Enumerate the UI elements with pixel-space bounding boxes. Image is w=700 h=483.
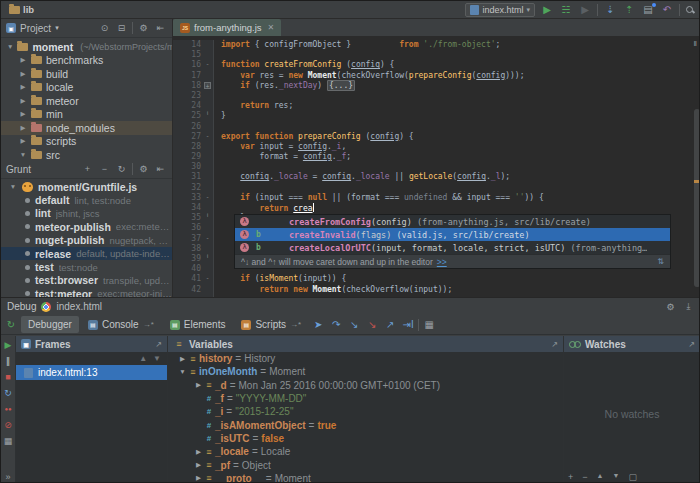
grunt-task-row[interactable]: nuget-publishnugetpack, nugetp xyxy=(1,234,172,247)
gutter-line[interactable]: 36 xyxy=(173,223,213,233)
evaluate-expression-icon[interactable]: ▦ xyxy=(421,317,437,333)
gutter-line[interactable]: 15 xyxy=(173,50,213,60)
view-breakpoints-icon[interactable]: ●● xyxy=(2,404,14,414)
variable-row[interactable]: ▼≡inOneMonth=Moment xyxy=(168,365,563,378)
gutter-line[interactable]: 34 xyxy=(173,203,213,213)
code-line[interactable]: } xyxy=(221,111,700,121)
fold-marker-icon[interactable]: - xyxy=(204,194,211,201)
chevron-expanded-icon[interactable]: ▼ xyxy=(7,43,13,50)
run-button[interactable]: ▶ xyxy=(540,4,554,16)
resume-icon[interactable]: ▶ xyxy=(2,340,14,350)
gutter-line[interactable]: 30 xyxy=(173,162,213,172)
gutter-line[interactable]: 31 xyxy=(173,172,213,182)
code-line[interactable]: format = config._f; xyxy=(221,152,700,162)
gutter-line[interactable]: 25╵ xyxy=(173,111,213,121)
vcs-changes-button[interactable]: ▤ xyxy=(641,4,655,16)
gutter-line[interactable]: 32 xyxy=(173,183,213,193)
gutter-line[interactable]: 17 xyxy=(173,71,213,81)
mute-breakpoints-icon[interactable]: ⊘ xyxy=(2,420,14,430)
gutter-line[interactable]: 27- xyxy=(173,132,213,142)
gutter-line[interactable]: 28 xyxy=(173,142,213,152)
chevron-collapsed-icon[interactable]: ▶ xyxy=(19,124,27,132)
fold-marker-icon[interactable]: ╵ xyxy=(204,214,211,221)
chevron-collapsed-icon[interactable]: ▶ xyxy=(19,137,27,145)
variable-row[interactable]: ▶≡_d=Mon Jan 25 2016 00:00:00 GMT+0100 (… xyxy=(168,379,563,392)
editor-scrollbar[interactable]: Ⅱ xyxy=(693,37,700,295)
code-line[interactable]: return crea xyxy=(221,203,700,213)
float-icon[interactable]: ↗ xyxy=(551,340,558,349)
editor-tab[interactable]: JS from-anything.js ✕ xyxy=(173,19,281,36)
gutter-line[interactable]: 35╵ xyxy=(173,213,213,223)
step-into-icon[interactable]: ↘ xyxy=(346,317,362,333)
run-with-coverage-button[interactable]: ▶ xyxy=(578,4,592,16)
grunt-task-row[interactable]: test:browsertranspile, update-ind xyxy=(1,274,172,287)
remove-watch-icon[interactable]: − xyxy=(582,472,587,482)
pause-icon[interactable]: ∥ xyxy=(2,356,14,366)
chevron-collapsed-icon[interactable]: ▶ xyxy=(19,70,27,78)
show-execution-point-icon[interactable]: ➤ xyxy=(310,317,326,333)
variable-row[interactable]: ▶≡__proto__=Moment xyxy=(168,472,563,483)
code-line[interactable] xyxy=(221,183,700,193)
variable-row[interactable]: ▶≡history=History xyxy=(168,352,563,365)
restore-layout-icon[interactable]: ▦ xyxy=(2,436,14,446)
variable-row[interactable]: #_f="YYYY-MM-DD" xyxy=(168,392,563,405)
remove-icon[interactable]: − xyxy=(98,164,111,174)
gear-icon[interactable]: ⚙ xyxy=(664,302,677,312)
move-up-icon[interactable]: ▲ xyxy=(597,472,604,482)
code-line[interactable]: if (res._nextDay) {...} xyxy=(221,81,700,91)
code-line[interactable]: if (isMoment(input)) { xyxy=(221,274,700,284)
gutter-line[interactable]: 18+ xyxy=(173,81,213,91)
vcs-commit-button[interactable]: ⇡ xyxy=(622,4,636,16)
vcs-update-button[interactable]: ⇣ xyxy=(603,4,617,16)
grunt-task-row[interactable]: testtest:node xyxy=(1,260,172,273)
restart-icon[interactable]: ↻ xyxy=(2,388,14,398)
scrollbar-thumb[interactable] xyxy=(694,109,700,287)
completion-item[interactable]: λbcreateLocalOrUTC(input, format, locale… xyxy=(235,241,670,254)
chevron-expanded-icon[interactable]: ▼ xyxy=(178,368,187,375)
grunt-task-row[interactable]: meteor-publishexec:meteor-init, xyxy=(1,220,172,233)
editor-gutter[interactable]: 141516-1718+232425╵2627-282930313233-343… xyxy=(173,40,214,297)
variable-row[interactable]: #_i="2015-12-25" xyxy=(168,405,563,418)
run-configuration-select[interactable]: index.html ▾ xyxy=(465,3,535,17)
code-line[interactable]: export function prepareConfig (config) { xyxy=(221,132,700,142)
gutter-line[interactable]: 41- xyxy=(173,274,213,284)
tab-console[interactable]: ▤Console→* xyxy=(81,316,161,333)
grunt-root-row[interactable]: ▼moment/Gruntfile.js xyxy=(1,180,172,193)
code-line[interactable] xyxy=(221,122,700,132)
tree-row-min[interactable]: ▶min xyxy=(1,108,172,122)
code-line[interactable]: if (input === null || (format === undefi… xyxy=(221,193,700,203)
add-watch-icon[interactable]: + xyxy=(568,472,573,482)
tree-row-src[interactable]: ▼src xyxy=(1,148,172,160)
chevron-expanded-icon[interactable]: ▼ xyxy=(9,183,17,190)
gear-icon[interactable]: ⚙ xyxy=(137,23,150,33)
chevron-collapsed-icon[interactable]: ▶ xyxy=(194,381,203,389)
fold-marker-icon[interactable]: - xyxy=(204,235,211,242)
gutter-line[interactable]: 14 xyxy=(173,40,213,50)
hide-panel-icon[interactable]: ⇤ xyxy=(154,164,167,174)
grunt-task-row[interactable]: lintjshint, jscs xyxy=(1,207,172,220)
chevron-collapsed-icon[interactable]: ▶ xyxy=(19,83,27,91)
gutter-line[interactable]: 23 xyxy=(173,91,213,101)
gutter-line[interactable]: 33- xyxy=(173,193,213,203)
gutter-line[interactable]: 24 xyxy=(173,101,213,111)
chevron-collapsed-icon[interactable]: ▶ xyxy=(19,56,27,64)
chevron-down-icon[interactable]: ▾ xyxy=(55,24,59,32)
breadcrumb-item[interactable]: lib xyxy=(7,4,98,15)
fold-expand-icon[interactable]: + xyxy=(204,82,211,89)
tree-row-scripts[interactable]: ▶scripts xyxy=(1,135,172,149)
fold-marker-icon[interactable]: - xyxy=(204,275,211,282)
gear-icon[interactable]: ⚙ xyxy=(137,164,150,174)
grunt-task-row[interactable]: releasedefault, update-index, con xyxy=(1,247,172,260)
chevron-collapsed-icon[interactable]: ▶ xyxy=(19,110,27,118)
tab-debugger[interactable]: Debugger xyxy=(21,316,79,333)
tab-elements[interactable]: ▤Elements xyxy=(163,316,233,333)
chevron-collapsed-icon[interactable]: ▶ xyxy=(178,355,187,363)
completion-item[interactable]: λbcreateInvalid(flags) (valid.js, src/li… xyxy=(235,228,670,241)
chevron-collapsed-icon[interactable]: ▶ xyxy=(19,97,27,105)
frame-down-icon[interactable]: ▼ xyxy=(153,354,161,363)
tree-row-locale[interactable]: ▶locale xyxy=(1,81,172,95)
chevron-collapsed-icon[interactable]: ▶ xyxy=(194,474,203,482)
grunt-task-row[interactable]: defaultlint, test:node xyxy=(1,193,172,206)
chevron-collapsed-icon[interactable]: ▶ xyxy=(194,461,203,469)
gutter-line[interactable]: 42 xyxy=(173,285,213,295)
